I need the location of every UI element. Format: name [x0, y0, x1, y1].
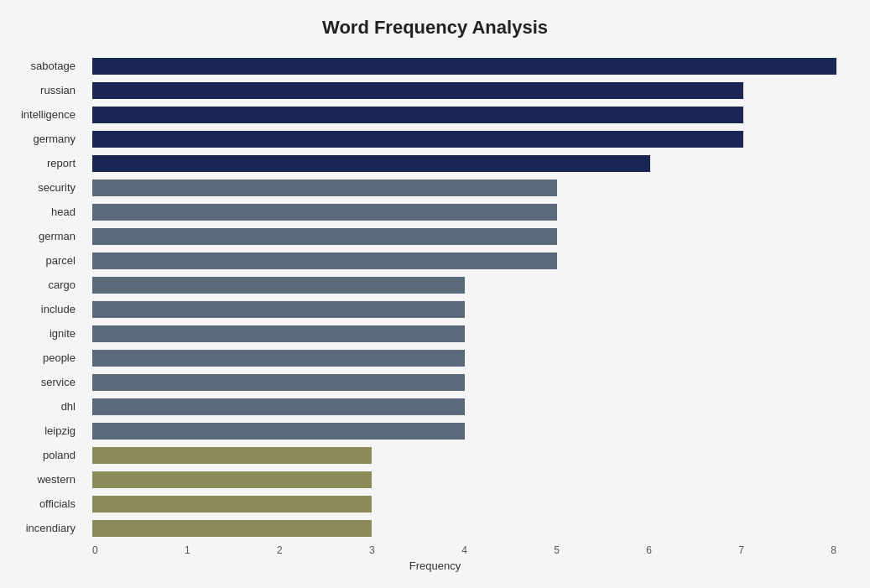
bar-label: incendiary [8, 522, 84, 534]
bar-row: include [92, 299, 836, 320]
bar-fill [92, 374, 465, 391]
bar-label: intelligence [8, 108, 84, 121]
bar-label: western [8, 473, 84, 486]
bar-label: parcel [8, 254, 84, 267]
bar-track [92, 131, 836, 148]
bar-label: dhl [8, 400, 84, 413]
bar-row: parcel [92, 251, 836, 271]
bar-label: german [8, 230, 84, 242]
bar-row: sabotage [92, 56, 836, 76]
bar-row: russian [92, 81, 836, 101]
bar-fill [92, 180, 557, 196]
bar-label: cargo [8, 278, 84, 291]
bar-fill [92, 398, 465, 415]
bar-track [92, 82, 836, 99]
bar-track [92, 350, 836, 367]
bar-fill [92, 204, 557, 221]
x-tick: 4 [461, 544, 467, 556]
bar-row: service [92, 372, 836, 393]
x-tick: 2 [277, 544, 283, 556]
bar-label: poland [8, 449, 84, 461]
bar-track [92, 58, 836, 75]
bar-fill [92, 496, 372, 513]
bar-label: leipzig [8, 424, 84, 437]
bar-row: cargo [92, 275, 836, 295]
bar-row: poland [92, 445, 836, 466]
bar-track [92, 155, 836, 172]
bar-label: service [8, 376, 84, 388]
bar-track [92, 252, 836, 269]
bar-fill [92, 423, 465, 440]
bar-fill [92, 155, 650, 172]
bar-fill [92, 350, 465, 367]
bar-track [92, 496, 836, 513]
bar-row: german [92, 226, 836, 247]
bar-label: head [8, 206, 84, 218]
bar-fill [92, 58, 836, 75]
bar-row: leipzig [92, 421, 836, 441]
bar-track [92, 520, 836, 537]
bar-track [92, 301, 836, 318]
bar-track [92, 107, 836, 123]
x-tick: 1 [185, 544, 190, 556]
bar-label: russian [8, 84, 84, 96]
bar-track [92, 277, 836, 294]
bar-row: ignite [92, 324, 836, 344]
bar-fill [92, 107, 743, 123]
bar-fill [92, 277, 465, 294]
bar-label: ignite [8, 327, 84, 340]
bar-row: head [92, 202, 836, 222]
bar-label: report [8, 157, 84, 169]
bar-track [92, 374, 836, 391]
bar-label: germany [8, 133, 84, 145]
bar-track [92, 325, 836, 342]
bar-row: germany [92, 129, 836, 149]
x-tick: 0 [92, 544, 98, 556]
bar-row: dhl [92, 397, 836, 417]
bar-track [92, 447, 836, 464]
bar-track [92, 423, 836, 440]
bar-track [92, 471, 836, 488]
bar-row: intelligence [92, 105, 836, 125]
bar-fill [92, 520, 372, 537]
x-axis: 012345678 [92, 544, 836, 556]
bar-fill [92, 325, 465, 342]
bar-fill [92, 228, 557, 245]
chart-title: Word Frequency Analysis [34, 17, 836, 39]
bar-track [92, 180, 836, 196]
bar-row: report [92, 154, 836, 174]
bars-wrapper: sabotagerussianintelligencegermanyreport… [92, 54, 836, 540]
bar-label: officials [8, 497, 84, 510]
bar-fill [92, 131, 743, 148]
bar-fill [92, 447, 372, 464]
x-axis-label: Frequency [34, 559, 836, 572]
bar-label: people [8, 351, 84, 364]
bar-fill [92, 301, 465, 318]
x-tick: 7 [738, 544, 744, 556]
bar-fill [92, 82, 743, 99]
x-tick: 5 [554, 544, 560, 556]
chart-area: sabotagerussianintelligencegermanyreport… [92, 54, 836, 540]
bar-fill [92, 471, 372, 488]
x-tick: 6 [646, 544, 652, 556]
bar-row: western [92, 470, 836, 490]
x-tick: 3 [369, 544, 375, 556]
bar-label: include [8, 303, 84, 315]
bar-track [92, 398, 836, 415]
bar-row: officials [92, 494, 836, 514]
bar-row: incendiary [92, 518, 836, 539]
bar-label: sabotage [8, 60, 84, 72]
bar-row: people [92, 348, 836, 368]
bar-fill [92, 252, 557, 269]
x-tick: 8 [831, 544, 836, 556]
chart-container: Word Frequency Analysis sabotagerussiani… [0, 0, 870, 588]
bar-track [92, 228, 836, 245]
bar-track [92, 204, 836, 221]
bar-row: security [92, 178, 836, 198]
bar-label: security [8, 181, 84, 194]
